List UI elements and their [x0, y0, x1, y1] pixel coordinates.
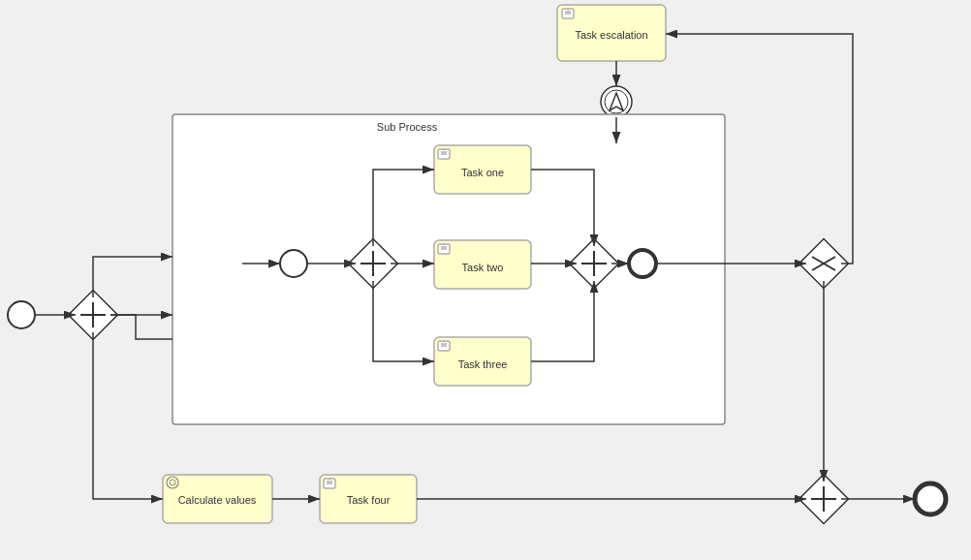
subprocess-label: Sub Process — [377, 121, 438, 133]
calculate-values-label: Calculate values — [178, 494, 257, 506]
task-escalation-label: Task escalation — [575, 29, 647, 41]
task-two-label: Task two — [462, 262, 504, 273]
start-event-inner[interactable] — [280, 250, 307, 277]
start-event-outer[interactable] — [8, 301, 35, 328]
end-event-outer[interactable] — [915, 483, 946, 514]
flow-plus-left-top — [93, 257, 172, 297]
task-four-label: Task four — [347, 494, 391, 506]
bpmn-diagram: Task escalation Sub Process Task one Tas… — [0, 0, 971, 560]
flow-subprocess-back-loop — [110, 315, 172, 339]
flow-plus-to-calc — [93, 332, 163, 499]
canvas: Task escalation Sub Process Task one Tas… — [0, 0, 971, 560]
end-event-inner[interactable] — [629, 250, 656, 277]
task-one-label: Task one — [461, 167, 504, 178]
task-three-label: Task three — [458, 358, 508, 370]
